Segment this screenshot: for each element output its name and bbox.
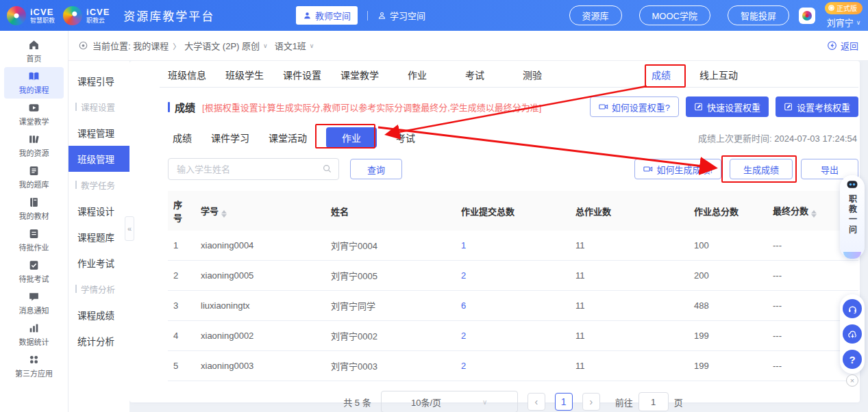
subtab-exam[interactable]: 考试	[396, 131, 415, 144]
back-arrow-icon	[827, 40, 837, 51]
tab-courseware-settings[interactable]: 课件设置	[283, 65, 321, 88]
resource-library-button[interactable]: 资源库	[569, 5, 622, 25]
menu-item-course-guide[interactable]: 课程引导	[69, 68, 129, 94]
column-header-submitted: 作业提交总数	[456, 191, 570, 231]
subtab-scores[interactable]: 成绩	[173, 131, 192, 144]
collapse-sidebar-button[interactable]: «	[125, 216, 134, 241]
tab-scores[interactable]: 成绩	[642, 65, 680, 88]
main-panel: 班级信息 班级学生 课件设置 课堂教学 作业 考试 测验 成绩 线上互动 成绩 …	[129, 61, 860, 402]
support-button[interactable]	[843, 299, 862, 318]
subtab-homework[interactable]: 作业	[326, 127, 377, 148]
icon-sidebar: 首页 我的课程 课堂教学 我的资源 我的题库 我的教材 待批作业 待批考试 消息…	[0, 31, 69, 412]
submitted-count-link[interactable]: 2	[461, 270, 466, 281]
next-page-button[interactable]: ›	[582, 393, 600, 411]
subtab-class-activity[interactable]: 课堂活动	[269, 131, 307, 144]
sidebar-item-my-question-bank[interactable]: 我的题库	[4, 162, 64, 193]
scores-table: 序号 学号 姓名 作业提交总数 总作业数 作业总分数 最终分数 1 xiaoni…	[168, 191, 858, 381]
username[interactable]: 刘宵宁 ∨	[827, 16, 861, 29]
toolbar: 查询 如何生成成绩! 生成成绩 导出	[168, 158, 858, 180]
sidebar-item-home[interactable]: 首页	[4, 36, 64, 67]
learning-space-button[interactable]: 学习空间	[377, 9, 425, 22]
class-tabs: 班级信息 班级学生 课件设置 课堂教学 作业 考试 测验 成绩 线上互动	[160, 65, 858, 88]
chevron-down-icon[interactable]: ∨	[263, 42, 268, 49]
subtab-courseware-study[interactable]: 课件学习	[211, 131, 249, 144]
how-set-weight-button[interactable]: 如何设置权重?	[590, 96, 679, 117]
sidebar-item-classroom-teaching[interactable]: 课堂教学	[4, 99, 64, 130]
submitted-count-link[interactable]: 6	[461, 300, 466, 311]
sort-icon[interactable]	[811, 210, 817, 218]
sort-icon[interactable]	[221, 210, 227, 218]
menu-item-course-scores[interactable]: 课程成绩	[69, 302, 129, 328]
page-number-button[interactable]: 1	[555, 393, 573, 411]
course-menu: 课程引导 课程设置 课程管理 班级管理 教学任务 课程设计 课程题库 作业考试 …	[69, 61, 129, 412]
menu-item-course-question-bank[interactable]: 课程题库	[69, 224, 129, 250]
menu-section-teaching-tasks: 教学任务	[69, 172, 129, 198]
tab-online-interaction[interactable]: 线上互动	[699, 65, 738, 88]
teacher-space-button[interactable]: 教师空间	[296, 6, 358, 25]
bar-chart-icon	[28, 322, 40, 334]
quick-set-weight-button[interactable]: 快速设置权重	[686, 96, 769, 117]
menu-item-statistics-analysis[interactable]: 统计分析	[69, 328, 129, 354]
back-button[interactable]: 返回	[827, 39, 858, 52]
assistant-widget[interactable]: 职教一问	[840, 175, 865, 259]
sidebar-item-my-resources[interactable]: 我的资源	[4, 130, 64, 162]
goto-page-input[interactable]	[638, 392, 669, 411]
search-icon[interactable]	[322, 164, 332, 174]
play-video-icon	[28, 102, 40, 114]
breadcrumb-class[interactable]: 语文1班	[275, 39, 306, 52]
submitted-count-link[interactable]: 1	[461, 240, 466, 250]
sidebar-item-pending-exams[interactable]: 待批考试	[4, 256, 64, 287]
person-icon	[377, 11, 386, 20]
score-note: [根据权重设置计算生成实际分,教师可以参考实际分调整最终分,学生成绩以最终分为准…	[202, 101, 541, 114]
tab-class-info[interactable]: 班级信息	[168, 65, 206, 88]
sidebar-item-third-party-apps[interactable]: 第三方应用	[4, 350, 64, 382]
tab-exam[interactable]: 考试	[456, 65, 494, 88]
menu-item-homework-exam[interactable]: 作业考试	[69, 250, 129, 276]
mooc-academy-button[interactable]: MOOC学院	[639, 5, 710, 25]
set-assessment-weight-button[interactable]: 设置考核权重	[776, 96, 858, 117]
chevron-down-icon[interactable]: ∨	[310, 42, 314, 49]
column-header-index: 序号	[168, 191, 195, 231]
tab-homework[interactable]: 作业	[398, 65, 436, 88]
chevron-down-icon: ∨	[856, 19, 861, 26]
generate-scores-button[interactable]: 生成成绩	[730, 159, 793, 179]
menu-item-course-design[interactable]: 课程设计	[69, 198, 129, 224]
version-badge: 正式版	[825, 2, 863, 14]
app-icon[interactable]	[799, 8, 815, 24]
smart-screencast-button[interactable]: 智能投屏	[728, 5, 789, 25]
sidebar-item-my-courses[interactable]: 我的课程	[4, 67, 64, 99]
menu-item-course-management[interactable]: 课程管理	[69, 120, 129, 146]
last-updated: 成绩上次更新时间: 2024-07-03 17:24:54	[698, 131, 858, 144]
page-size-select[interactable]: 10条/页 ∨	[381, 391, 518, 412]
how-generate-scores-button[interactable]: 如何生成成绩!	[634, 159, 721, 179]
table-row: 1 xiaoning0004 刘宵宁0004 1 11 100 ---	[168, 231, 858, 261]
tab-classroom-teaching[interactable]: 课堂教学	[340, 65, 379, 88]
sidebar-item-my-textbooks[interactable]: 我的教材	[4, 193, 64, 224]
submitted-count-link[interactable]: 2	[461, 361, 466, 371]
close-float-button[interactable]: ×	[846, 374, 858, 387]
breadcrumb-course[interactable]: 大学语文 (2P) 原创	[184, 39, 260, 52]
edit-settings-icon	[784, 102, 793, 112]
help-button[interactable]: ?	[843, 350, 862, 369]
medal-icon	[828, 5, 834, 11]
submitted-count-link[interactable]: 2	[461, 331, 466, 341]
pagination: 共 5 条 10条/页 ∨ ‹ 1 › 前往 页	[168, 391, 858, 412]
exam-check-icon	[28, 259, 40, 271]
query-button[interactable]: 查询	[350, 159, 402, 179]
sidebar-item-pending-homework[interactable]: 待批作业	[4, 224, 64, 256]
icve-mini-logo-icon	[802, 11, 812, 21]
user-menu[interactable]: 正式版 刘宵宁 ∨	[825, 2, 863, 29]
column-header-student-id[interactable]: 学号	[195, 191, 325, 231]
person-icon	[303, 11, 312, 20]
score-subtabs: 成绩 课件学习 课堂活动 作业 考试 成绩上次更新时间: 2024-07-03 …	[168, 127, 858, 148]
sidebar-item-data-statistics[interactable]: 数据统计	[4, 319, 64, 350]
search-input[interactable]	[168, 158, 339, 180]
prev-page-button[interactable]: ‹	[528, 393, 545, 411]
download-button[interactable]	[843, 324, 862, 344]
tab-class-students[interactable]: 班级学生	[225, 65, 264, 88]
sidebar-item-messages[interactable]: 消息通知	[4, 287, 64, 319]
table-row: 4 xiaoning0002 刘宵宁0002 2 11 199 ---	[168, 321, 858, 351]
logo[interactable]: iCVE 智慧职教 iCVE 职教云 资源库教学平台	[7, 6, 214, 25]
menu-item-class-management[interactable]: 班级管理	[69, 146, 129, 172]
tab-quiz[interactable]: 测验	[513, 65, 551, 88]
